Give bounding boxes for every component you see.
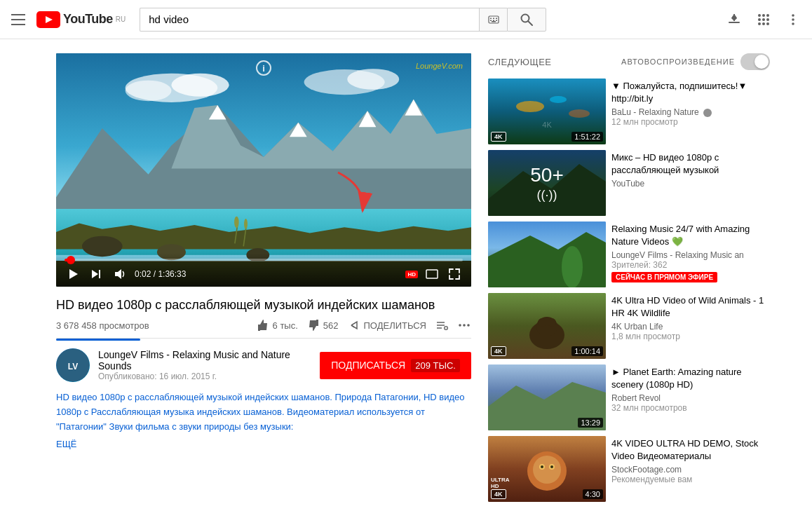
thumbnail: 4K 4K 1:51:22	[488, 79, 606, 144]
thumbs-up-icon	[256, 318, 270, 332]
svg-point-23	[758, 22, 761, 25]
ultra-hd-badge: ULTRAHD	[491, 477, 510, 489]
fullscreen-icon	[447, 267, 461, 281]
thumbnail: 4K 1:00:14	[488, 293, 606, 359]
search-bar	[140, 8, 546, 32]
svg-point-19	[766, 14, 769, 17]
theater-icon	[425, 267, 439, 281]
live-badge: СЕЙЧАС В ПРЯМОМ ЭФИРЕ	[611, 272, 717, 282]
thumbnail: 13:29	[488, 364, 606, 430]
sidebar-item[interactable]: 13:29 ► Planet Earth: Amazing nature sce…	[488, 364, 770, 430]
video-background	[56, 53, 471, 287]
item-title: Relaxing Music 24/7 with Amazing Nature …	[611, 223, 770, 248]
item-title: Микс – HD видео 1080p с расслабляющей му…	[611, 151, 770, 177]
next-button[interactable]	[88, 266, 104, 282]
like-count: 6 тыс.	[273, 320, 298, 331]
video-controls: 0:02 / 1:36:33 HD	[56, 253, 471, 287]
svg-rect-54	[99, 270, 100, 278]
thumbnail: 50+ ((·))	[488, 150, 606, 216]
duration-badge: 1:00:14	[571, 346, 603, 356]
volume-icon	[112, 267, 126, 281]
video-scene	[56, 53, 471, 287]
svg-point-27	[792, 18, 794, 21]
svg-point-49	[244, 219, 248, 229]
fullscreen-button[interactable]	[446, 266, 463, 282]
dislike-button[interactable]: 562	[306, 318, 339, 332]
search-button[interactable]	[507, 8, 546, 32]
svg-rect-3	[490, 18, 492, 19]
svg-point-83	[538, 318, 546, 327]
more-horiz-icon	[457, 318, 471, 332]
sidebar: Следующее АВТОВОСПРОИЗВЕДЕНИЕ 4K 4K	[488, 53, 770, 507]
add-to-list-button[interactable]	[435, 318, 449, 332]
time-display: 0:02 / 1:36:33	[135, 269, 186, 279]
search-icon	[520, 13, 534, 27]
svg-marker-53	[92, 270, 98, 278]
progress-bar[interactable]	[65, 259, 463, 261]
svg-point-72	[550, 96, 567, 103]
item-channel: YouTube	[611, 179, 770, 189]
sidebar-item[interactable]: 4K 4K 1:51:22 ▼ Пожалуйста, подпишитесь!…	[488, 79, 770, 144]
sidebar-item[interactable]: 50+ ((·)) Микс – HD видео 1080p с рассла…	[488, 150, 770, 216]
desc-link[interactable]: HD видео 1080p с расслабляющей музыкой и…	[56, 392, 465, 432]
channel-name[interactable]: LoungeV Films - Relaxing Music and Natur…	[98, 349, 311, 372]
svg-point-17	[758, 14, 761, 17]
theater-button[interactable]	[424, 266, 440, 282]
svg-rect-8	[496, 20, 497, 21]
svg-text:LV: LV	[68, 362, 78, 372]
4k-badge: 4K	[491, 132, 506, 142]
svg-point-73	[569, 109, 590, 118]
subscriber-count: 209 ТЫС.	[411, 359, 460, 372]
more-actions-button[interactable]	[457, 318, 471, 332]
4k-badge: 4K	[491, 489, 506, 499]
video-title: HD видео 1080p с расслабляющей музыкой и…	[56, 297, 471, 314]
sidebar-item[interactable]: 4K ULTRAHD 4:30 4K VIDEO ULTRA HD DEMO, …	[488, 436, 770, 502]
share-button[interactable]: ПОДЕЛИТЬСЯ	[347, 318, 426, 332]
svg-point-92	[541, 465, 543, 468]
autoplay-label: АВТОВОСПРОИЗВЕДЕНИЕ	[621, 57, 735, 66]
item-views: Зрителей: 362	[611, 260, 770, 270]
item-channel: StockFootage.com	[611, 465, 770, 475]
channel-avatar-image: LV	[56, 348, 90, 382]
item-info: 4K Ultra HD Video of Wild Animals - 1 HR…	[611, 293, 770, 359]
like-button[interactable]: 6 тыс.	[256, 318, 298, 332]
right-controls: HD	[405, 266, 463, 282]
play-button[interactable]	[65, 266, 81, 282]
apps-icon[interactable]	[756, 12, 771, 27]
item-channel: 4K Urban Life	[611, 322, 770, 332]
video-watermark: LoungeV.com	[416, 62, 463, 70]
info-icon[interactable]: i	[256, 60, 271, 76]
autoplay-row: АВТОВОСПРОИЗВЕДЕНИЕ	[621, 53, 770, 70]
sidebar-item[interactable]: 4K 1:00:14 4K Ultra HD Video of Wild Ani…	[488, 293, 770, 359]
svg-point-20	[758, 18, 761, 21]
svg-point-34	[347, 69, 399, 90]
sidebar-header: Следующее АВТОВОСПРОИЗВЕДЕНИЕ	[488, 53, 770, 70]
volume-button[interactable]	[111, 266, 128, 282]
svg-rect-6	[490, 20, 492, 21]
logo[interactable]: YouTubeRU	[36, 11, 126, 28]
channel-avatar[interactable]: LV	[56, 348, 90, 382]
subscribe-button[interactable]: ПОДПИСАТЬСЯ 209 ТЫС.	[320, 352, 471, 379]
hamburger-menu[interactable]	[11, 14, 25, 25]
keyboard-button[interactable]	[479, 8, 507, 32]
item-title: 4K Ultra HD Video of Wild Animals - 1 HR…	[611, 294, 770, 320]
svg-point-28	[792, 22, 794, 25]
search-input[interactable]	[140, 8, 479, 32]
sidebar-item[interactable]: Relaxing Music 24/7 with Amazing Nature …	[488, 221, 770, 287]
verified-icon	[703, 109, 712, 117]
svg-rect-4	[493, 18, 494, 19]
show-more-button[interactable]: ЕЩЁ	[56, 437, 77, 452]
more-icon[interactable]	[785, 12, 801, 27]
share-icon	[347, 318, 361, 332]
svg-point-84	[548, 318, 556, 327]
upload-icon[interactable]	[726, 12, 742, 27]
svg-point-93	[550, 465, 553, 468]
duration-badge: 13:29	[578, 418, 603, 428]
hd-badge[interactable]: HD	[405, 271, 418, 278]
item-channel: LoungeV Films - Relaxing Music an	[611, 250, 770, 260]
video-player[interactable]: i LoungeV.com	[56, 53, 471, 287]
autoplay-toggle[interactable]	[740, 53, 770, 70]
svg-marker-55	[115, 269, 121, 279]
header-left: YouTubeRU	[11, 11, 126, 28]
svg-rect-12	[729, 22, 740, 23]
